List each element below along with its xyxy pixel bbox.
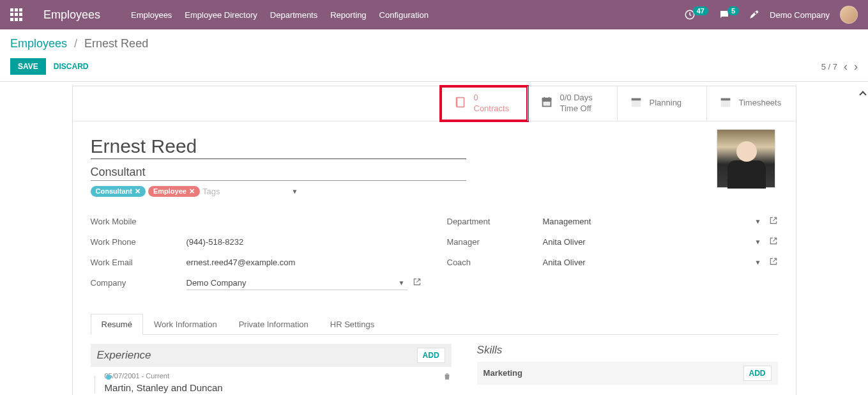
- coach-label: Coach: [447, 258, 543, 267]
- work-phone-input[interactable]: [187, 235, 422, 249]
- employee-photo[interactable]: [717, 129, 775, 188]
- pager-text: 5 / 7: [821, 62, 837, 72]
- nav-links: Employees Employee Directory Departments…: [131, 10, 429, 20]
- nav-link-departments[interactable]: Departments: [270, 10, 317, 20]
- nav-link-employees[interactable]: Employees: [131, 10, 172, 20]
- tab-work-info[interactable]: Work Information: [143, 314, 228, 334]
- breadcrumb-current: Ernest Reed: [84, 37, 148, 50]
- subheader: Employees / Ernest Reed SAVE DISCARD 5 /…: [0, 29, 868, 81]
- experience-header: Experience ADD: [91, 344, 452, 367]
- timeline-dates: 05/07/2001 - Current: [105, 372, 443, 380]
- book-icon: [453, 95, 468, 111]
- external-link-icon[interactable]: [769, 236, 778, 247]
- tab-private-info[interactable]: Private Information: [228, 314, 319, 334]
- nav-link-reporting[interactable]: Reporting: [330, 10, 366, 20]
- stat-timeoff-value: 0/0 Days: [560, 93, 593, 104]
- skills-group-header: Marketing ADD: [477, 362, 778, 385]
- tools-icon[interactable]: [749, 9, 759, 21]
- stat-timeoff-label: Time Off: [560, 104, 593, 114]
- svg-rect-4: [631, 98, 641, 101]
- pager: 5 / 7 ‹ ›: [821, 60, 858, 74]
- manager-select[interactable]: [543, 235, 764, 249]
- activity-indicator[interactable]: 47: [684, 9, 708, 20]
- pager-prev-icon[interactable]: ‹: [844, 60, 848, 74]
- svg-rect-6: [720, 98, 730, 101]
- calendar-icon: [629, 95, 643, 111]
- app-title: Employees: [43, 8, 100, 22]
- tab-resume[interactable]: Resumé: [91, 314, 143, 335]
- tab-hr-settings[interactable]: HR Settings: [319, 314, 385, 334]
- work-email-label: Work Email: [91, 258, 187, 267]
- tabs: Resumé Work Information Private Informat…: [91, 314, 778, 335]
- nav-link-configuration[interactable]: Configuration: [379, 10, 429, 20]
- trash-icon[interactable]: [443, 372, 452, 383]
- activity-badge: 47: [693, 6, 708, 15]
- save-button[interactable]: SAVE: [10, 58, 46, 75]
- stat-planning-label: Planning: [650, 98, 682, 109]
- stat-timesheets[interactable]: Timesheets: [706, 86, 796, 121]
- tags-field[interactable]: Consultant ✕ Employee ✕ Tags ▼: [91, 186, 298, 199]
- user-avatar[interactable]: [840, 6, 858, 24]
- work-phone-label: Work Phone: [91, 237, 187, 247]
- external-link-icon[interactable]: [769, 257, 778, 268]
- stat-contracts-value: 0: [474, 93, 510, 104]
- stat-timeoff[interactable]: 0/0 Days Time Off: [528, 86, 617, 121]
- nav-right: 47 5 Demo Company: [684, 6, 858, 24]
- discard-button[interactable]: DISCARD: [54, 62, 89, 71]
- company-name[interactable]: Demo Company: [770, 10, 830, 20]
- chat-badge: 5: [727, 6, 739, 15]
- company-label: Company: [91, 278, 187, 288]
- chevron-down-icon[interactable]: ▼: [292, 188, 298, 195]
- employee-title-input[interactable]: [91, 164, 466, 181]
- timeline-company: Martin, Stanley and Duncan: [105, 382, 443, 393]
- pager-next-icon[interactable]: ›: [854, 60, 858, 74]
- manager-label: Manager: [447, 237, 543, 247]
- work-email-input[interactable]: [187, 256, 422, 270]
- stat-buttons: 0 Contracts 0/0 Days Time Off Planning: [73, 86, 796, 121]
- skills-title: Skills: [477, 344, 778, 357]
- scroll-up-icon[interactable]: [859, 91, 866, 98]
- work-mobile-label: Work Mobile: [91, 217, 187, 226]
- department-select[interactable]: [543, 215, 764, 229]
- action-row: SAVE DISCARD 5 / 7 ‹ ›: [10, 58, 858, 81]
- tag-label: Consultant: [96, 187, 132, 195]
- external-link-icon[interactable]: [413, 277, 422, 288]
- tab-content: Experience ADD 05/07/2001 - Current Mart…: [91, 344, 778, 393]
- apps-icon[interactable]: [10, 8, 23, 21]
- fields-right: Department ▼ Manager ▼: [447, 214, 778, 296]
- coach-select[interactable]: [543, 256, 764, 270]
- tag-remove-icon[interactable]: ✕: [189, 187, 195, 196]
- work-mobile-input[interactable]: [187, 215, 422, 229]
- calendar-icon: [540, 95, 554, 111]
- department-label: Department: [447, 217, 543, 226]
- breadcrumb-separator: /: [74, 37, 77, 50]
- add-skill-button[interactable]: ADD: [743, 366, 772, 381]
- tags-placeholder: Tags: [202, 187, 220, 196]
- experience-timeline: 05/07/2001 - Current Martin, Stanley and…: [91, 372, 452, 393]
- tag-remove-icon[interactable]: ✕: [135, 187, 141, 196]
- external-link-icon[interactable]: [769, 216, 778, 227]
- tag-employee: Employee ✕: [148, 186, 200, 197]
- timeline-dot-icon: [106, 375, 111, 380]
- form-sheet: 0 Contracts 0/0 Days Time Off Planning: [72, 86, 796, 395]
- stat-timesheets-label: Timesheets: [739, 98, 782, 109]
- stat-planning[interactable]: Planning: [617, 86, 706, 121]
- breadcrumb: Employees / Ernest Reed: [10, 37, 858, 50]
- skills-group-label: Marketing: [483, 368, 522, 378]
- employee-name-input[interactable]: [91, 134, 466, 159]
- stat-contracts[interactable]: 0 Contracts: [439, 85, 529, 122]
- add-experience-button[interactable]: ADD: [417, 348, 445, 363]
- fields-left: Work Mobile Work Phone Work Email Compan…: [91, 214, 422, 296]
- experience-title: Experience: [97, 349, 151, 362]
- nav-link-directory[interactable]: Employee Directory: [185, 10, 257, 20]
- breadcrumb-root[interactable]: Employees: [10, 37, 67, 50]
- chat-indicator[interactable]: 5: [719, 9, 739, 20]
- tag-label: Employee: [153, 187, 187, 195]
- timeline-item[interactable]: 05/07/2001 - Current Martin, Stanley and…: [105, 372, 452, 393]
- form-body: Consultant ✕ Employee ✕ Tags ▼ Work Mobi…: [73, 121, 796, 395]
- svg-rect-2: [542, 98, 551, 101]
- calendar-icon: [719, 95, 733, 111]
- company-select[interactable]: [187, 276, 407, 290]
- top-navbar: Employees Employees Employee Directory D…: [0, 0, 868, 29]
- stat-contracts-label: Contracts: [474, 104, 510, 114]
